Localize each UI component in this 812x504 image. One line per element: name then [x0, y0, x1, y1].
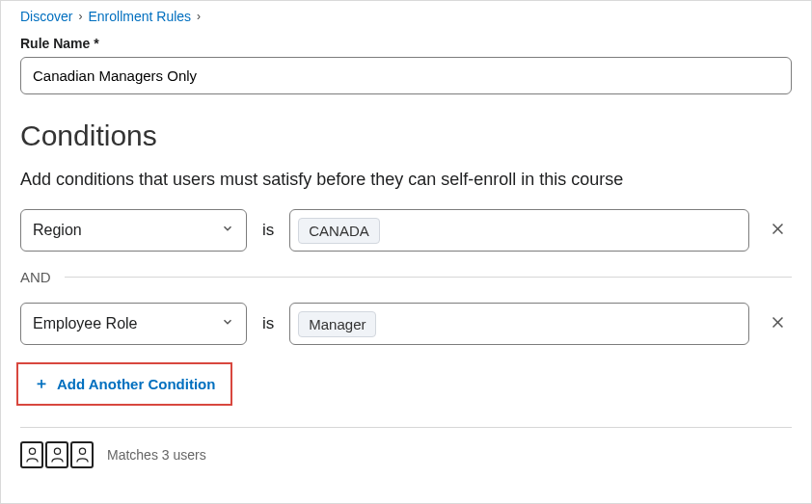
close-icon: [770, 313, 786, 335]
person-icon: [50, 446, 65, 464]
avatar: [45, 441, 68, 468]
person-icon: [25, 446, 40, 464]
close-icon: [770, 220, 786, 242]
rule-name-input[interactable]: [20, 57, 792, 94]
svg-point-5: [54, 448, 60, 454]
condition-row: Region is CANADA: [20, 209, 792, 252]
conditions-description: Add conditions that users must satisfy b…: [20, 170, 792, 190]
and-label: AND: [20, 269, 51, 285]
remove-condition-button[interactable]: [763, 309, 792, 338]
divider: [65, 277, 792, 278]
conditions-heading: Conditions: [20, 119, 792, 152]
svg-point-4: [29, 448, 35, 454]
breadcrumb-enrollment-rules[interactable]: Enrollment Rules: [88, 9, 191, 24]
rule-name-label: Rule Name *: [20, 36, 792, 51]
matches-row: Matches 3 users: [20, 441, 792, 468]
breadcrumb: Discover › Enrollment Rules ›: [20, 9, 792, 24]
matches-text: Matches 3 users: [107, 447, 206, 463]
chevron-down-icon: [221, 315, 234, 332]
add-another-condition-button[interactable]: ＋ Add Another Condition: [16, 362, 232, 406]
breadcrumb-discover[interactable]: Discover: [20, 9, 72, 24]
condition-value-chip[interactable]: Manager: [298, 311, 376, 337]
matched-user-avatars: [20, 441, 94, 468]
is-label: is: [262, 221, 274, 240]
condition-value-input[interactable]: CANADA: [289, 209, 749, 252]
condition-field-select[interactable]: Region: [20, 209, 247, 252]
is-label: is: [262, 314, 274, 333]
svg-point-6: [79, 448, 85, 454]
and-separator: AND: [20, 269, 792, 285]
person-icon: [75, 446, 90, 464]
remove-condition-button[interactable]: [763, 216, 792, 245]
condition-field-select[interactable]: Employee Role: [20, 303, 247, 345]
avatar: [70, 441, 94, 468]
avatar: [20, 441, 43, 468]
condition-field-value: Region: [33, 222, 82, 239]
divider: [20, 427, 792, 428]
condition-row: Employee Role is Manager: [20, 303, 792, 345]
chevron-right-icon: ›: [197, 10, 201, 23]
condition-value-chip[interactable]: CANADA: [298, 218, 380, 244]
condition-value-input[interactable]: Manager: [289, 303, 749, 345]
chevron-right-icon: ›: [78, 10, 82, 23]
chevron-down-icon: [221, 222, 234, 239]
condition-field-value: Employee Role: [33, 315, 138, 332]
plus-icon: ＋: [34, 374, 49, 394]
add-condition-label: Add Another Condition: [57, 376, 215, 392]
